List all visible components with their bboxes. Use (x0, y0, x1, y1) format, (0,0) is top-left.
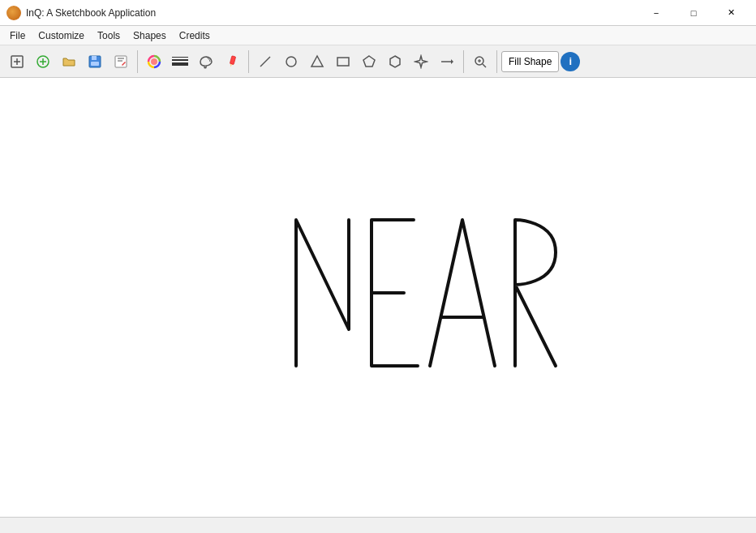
drawing-near (296, 220, 556, 366)
separator-1 (137, 50, 138, 73)
svg-rect-14 (230, 55, 235, 64)
pentagon-icon (362, 54, 376, 69)
separator-4 (496, 50, 497, 73)
color-picker-icon (225, 54, 239, 69)
menu-shapes[interactable]: Shapes (127, 28, 173, 43)
status-bar (0, 517, 756, 533)
stroke-lines-icon (170, 55, 190, 67)
svg-line-16 (260, 57, 270, 67)
edit-icon (114, 54, 128, 69)
svg-rect-7 (92, 56, 97, 60)
svg-marker-24 (451, 59, 453, 64)
fill-shape-button[interactable]: Fill Shape (501, 51, 559, 72)
menu-credits[interactable]: Credits (173, 28, 217, 43)
menu-tools[interactable]: Tools (91, 28, 127, 43)
add-icon (36, 54, 50, 69)
arrow-tool-button[interactable] (435, 49, 459, 74)
circle-icon (284, 54, 299, 69)
triangle-tool-button[interactable] (305, 49, 329, 74)
star-icon (414, 54, 428, 69)
menu-file[interactable]: File (3, 28, 32, 43)
eraser-icon (199, 54, 213, 69)
close-button[interactable]: ✕ (712, 0, 750, 26)
svg-marker-22 (415, 56, 427, 67)
menu-customize[interactable]: Customize (32, 28, 91, 43)
rectangle-tool-button[interactable] (331, 49, 355, 74)
menu-bar: File Customize Tools Shapes Credits (0, 26, 756, 45)
svg-marker-21 (390, 56, 400, 67)
maximize-button[interactable]: □ (675, 0, 712, 26)
title-bar: InQ: A Sketchbook Application − □ ✕ (0, 0, 756, 26)
app-icon (6, 6, 21, 20)
save-button[interactable] (83, 49, 107, 74)
open-button[interactable] (57, 49, 81, 74)
pentagon-tool-button[interactable] (357, 49, 381, 74)
add-button[interactable] (31, 49, 55, 74)
star-tool-button[interactable] (409, 49, 433, 74)
arrow-icon (440, 54, 454, 69)
new-icon (10, 54, 24, 69)
minimize-button[interactable]: − (638, 0, 675, 26)
stroke-width-button[interactable] (168, 49, 192, 74)
zoom-button[interactable] (468, 49, 492, 74)
canvas-area[interactable] (0, 78, 756, 517)
svg-line-26 (483, 64, 486, 67)
toolbar: Fill Shape i (0, 45, 756, 78)
line-tool-button[interactable] (253, 49, 277, 74)
photos-button[interactable] (142, 49, 166, 74)
rectangle-icon (336, 54, 350, 69)
new-button[interactable] (5, 49, 29, 74)
svg-marker-15 (230, 63, 232, 67)
svg-rect-19 (337, 58, 349, 66)
svg-marker-20 (363, 56, 375, 67)
separator-2 (248, 50, 249, 73)
edit-button[interactable] (109, 49, 133, 74)
eraser-button[interactable] (194, 49, 218, 74)
save-icon (88, 54, 102, 69)
svg-point-13 (151, 58, 157, 65)
svg-marker-18 (311, 56, 323, 67)
line-icon (258, 54, 273, 69)
info-label: i (569, 55, 573, 67)
window-title: InQ: A Sketchbook Application (26, 7, 638, 19)
zoom-icon (473, 54, 488, 69)
svg-rect-9 (115, 56, 127, 67)
photos-icon (147, 54, 161, 69)
fill-shape-label: Fill Shape (509, 56, 552, 67)
hexagon-icon (388, 54, 402, 69)
canvas-svg (0, 78, 756, 517)
info-button[interactable]: i (561, 52, 580, 71)
triangle-icon (310, 54, 324, 69)
svg-point-17 (286, 57, 296, 67)
separator-3 (463, 50, 464, 73)
circle-tool-button[interactable] (279, 49, 303, 74)
color-picker-button[interactable] (220, 49, 244, 74)
svg-rect-8 (91, 62, 99, 66)
open-icon (62, 54, 76, 69)
window-controls: − □ ✕ (638, 0, 750, 26)
hexagon-tool-button[interactable] (383, 49, 407, 74)
